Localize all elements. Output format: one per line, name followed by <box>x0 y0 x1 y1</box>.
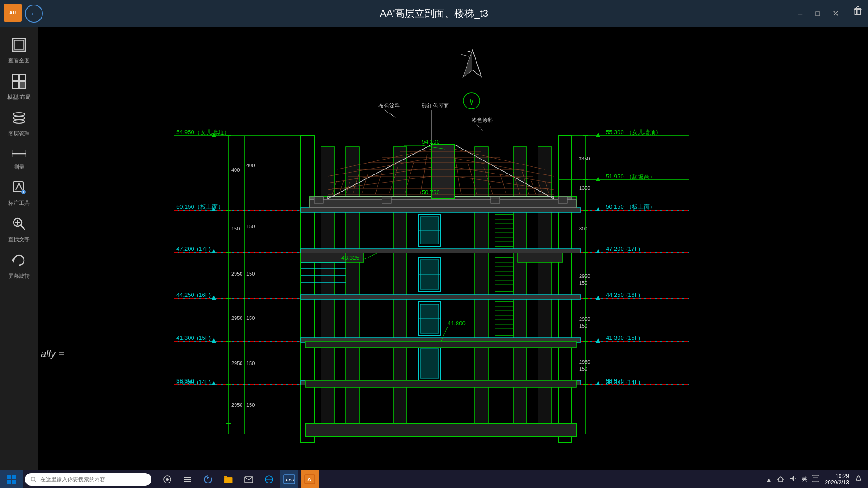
svg-text:✦: ✦ <box>467 49 471 54</box>
search-input[interactable] <box>40 476 144 483</box>
svg-text:（板上面）: （板上面） <box>194 203 224 210</box>
svg-text:漆色涂料: 漆色涂料 <box>472 117 493 123</box>
svg-rect-247 <box>7 480 11 484</box>
svg-rect-185 <box>382 197 391 203</box>
svg-text:150: 150 <box>579 323 587 328</box>
svg-rect-186 <box>491 197 500 203</box>
svg-text:A: A <box>307 477 311 482</box>
svg-text:(14F): (14F) <box>197 379 211 385</box>
title-bar: AU ← AA'高层立剖面、楼梯_t3 🗑 – □ ✕ <box>0 0 868 27</box>
svg-text:150: 150 <box>579 366 587 371</box>
delete-button[interactable]: 🗑 <box>853 5 863 17</box>
svg-text:2950: 2950 <box>231 271 242 277</box>
svg-rect-2 <box>12 75 19 81</box>
svg-rect-245 <box>7 475 11 479</box>
svg-rect-104 <box>301 208 581 212</box>
show-hidden-icons-button[interactable]: ▲ <box>764 474 774 484</box>
svg-rect-215 <box>305 380 576 387</box>
svg-rect-162 <box>420 349 439 378</box>
input-method-icon[interactable] <box>811 474 821 484</box>
taskbar: CAD A ▲ 英 10:29 2020/2/13 <box>0 470 868 488</box>
svg-rect-188 <box>301 253 346 262</box>
svg-text:(16F): (16F) <box>197 291 211 298</box>
sidebar-item-annotation[interactable]: 标注工具 <box>1 177 37 211</box>
svg-text:2950: 2950 <box>579 359 590 365</box>
svg-text:47.200: 47.200 <box>176 245 194 252</box>
start-button[interactable] <box>0 470 23 488</box>
svg-text:51.950: 51.950 <box>606 173 624 180</box>
svg-text:150: 150 <box>246 224 255 229</box>
minimize-button[interactable]: – <box>792 9 809 19</box>
svg-text:47.200: 47.200 <box>606 245 624 252</box>
layers-icon <box>12 111 26 128</box>
sidebar-item-layers[interactable]: 图层管理 <box>1 107 37 141</box>
svg-rect-4 <box>12 82 19 88</box>
svg-rect-149 <box>310 200 576 208</box>
svg-text:150: 150 <box>246 271 255 277</box>
mail-button[interactable] <box>240 470 258 488</box>
svg-text:54.100: 54.100 <box>422 138 440 145</box>
svg-text:41.800: 41.800 <box>448 320 466 327</box>
sidebar-label-model-layout: 模型/布局 <box>7 94 30 101</box>
edge-browser-button[interactable] <box>199 470 217 488</box>
svg-rect-256 <box>224 477 232 483</box>
svg-rect-12 <box>13 182 23 192</box>
model-layout-icon <box>12 74 26 92</box>
cad-viewer-button[interactable]: CAD <box>280 470 298 488</box>
svg-text:38.350: 38.350 <box>606 379 624 385</box>
document-title: AA'高层立剖面、楼梯_t3 <box>380 7 488 20</box>
sidebar-label-annotation: 标注工具 <box>8 199 30 207</box>
svg-text:55.300: 55.300 <box>606 129 624 136</box>
svg-text:54.950: 54.950 <box>176 129 194 136</box>
svg-rect-253 <box>184 477 191 478</box>
sidebar-item-view-all[interactable]: 查看全图 <box>1 34 37 68</box>
svg-text:2950: 2950 <box>231 361 242 366</box>
language-icon[interactable]: 英 <box>800 474 808 484</box>
svg-text:50.150: 50.150 <box>176 203 194 210</box>
cortana-button[interactable] <box>179 470 197 488</box>
svg-text:1350: 1350 <box>579 185 590 191</box>
sidebar-item-rotate-screen[interactable]: 屏幕旋转 <box>1 249 37 284</box>
file-explorer-button[interactable] <box>219 470 237 488</box>
svg-text:800: 800 <box>579 226 587 231</box>
sidebar-item-find-text[interactable]: 查找文字 <box>1 213 37 247</box>
svg-text:150: 150 <box>231 226 240 231</box>
maximize-button[interactable]: □ <box>809 9 826 18</box>
svg-text:(17F): (17F) <box>197 245 211 252</box>
svg-rect-246 <box>12 475 16 479</box>
svg-text:150: 150 <box>579 280 587 286</box>
svg-rect-187 <box>558 197 567 203</box>
browser-icon[interactable] <box>260 470 278 488</box>
task-view-button[interactable] <box>158 470 176 488</box>
svg-line-14 <box>19 183 22 190</box>
svg-text:6: 6 <box>470 97 473 104</box>
svg-text:38.350: 38.350 <box>176 379 194 385</box>
network-icon[interactable] <box>776 474 786 485</box>
svg-text:41.300: 41.300 <box>176 334 194 341</box>
svg-text:3350: 3350 <box>579 156 590 161</box>
svg-rect-151 <box>518 253 563 262</box>
search-bar[interactable] <box>25 473 151 486</box>
back-button[interactable]: ← <box>25 5 43 23</box>
svg-text:2950: 2950 <box>579 273 590 279</box>
svg-rect-184 <box>314 197 323 203</box>
app-active-button[interactable]: A <box>301 470 319 488</box>
notification-button[interactable] <box>854 474 863 485</box>
sidebar-label-view-all: 查看全图 <box>8 57 30 65</box>
svg-text:150: 150 <box>246 361 255 366</box>
close-button[interactable]: ✕ <box>826 9 845 19</box>
svg-rect-248 <box>12 480 16 484</box>
sidebar-item-model-layout[interactable]: 模型/布局 <box>1 70 37 105</box>
drawing-canvas[interactable]: ✦ 54.950 （女儿墙顶） 50.150 （板上面） 47.200 (17F… <box>38 27 868 470</box>
sidebar-item-measure[interactable]: 测量 <box>1 144 37 175</box>
svg-text:（起坡高）: （起坡高） <box>626 173 656 180</box>
volume-icon[interactable] <box>788 474 798 485</box>
svg-marker-22 <box>12 258 14 263</box>
svg-text:400: 400 <box>231 167 240 173</box>
rotate-screen-icon <box>12 253 26 271</box>
measure-icon <box>12 147 26 162</box>
clock[interactable]: 10:29 2020/2/13 <box>823 473 851 486</box>
sidebar-label-rotate-screen: 屏幕旋转 <box>8 272 30 280</box>
svg-text:150: 150 <box>246 315 255 321</box>
svg-text:(15F): (15F) <box>197 334 211 341</box>
